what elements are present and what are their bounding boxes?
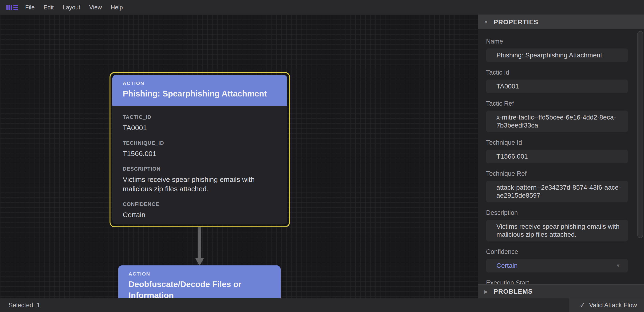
edge-line[interactable] [198,227,201,259]
tactic-id-field[interactable]: TA0001 [486,80,628,93]
node-title: Deobfuscate/Decode Files or Information [128,278,270,298]
name-field[interactable]: Phishing: Spearphishing Attachment [486,49,628,62]
properties-panel-title: PROPERTIES [494,18,538,26]
check-icon: ✓ [580,301,585,309]
field-label-tactic-id: Tactic Id [486,69,628,76]
node-type-label: ACTION [123,81,277,86]
field-label-technique-id: Technique Id [486,139,628,146]
description-field[interactable]: Victims receive spear phishing emails wi… [486,220,628,241]
node-field-label: DESCRIPTION [123,166,277,172]
selection-status: Selected: 1 [0,298,569,312]
menu-help[interactable]: Help [106,0,127,15]
technique-id-field[interactable]: T1566.001 [486,150,628,163]
action-node-phishing[interactable]: ACTION Phishing: Spearphishing Attachmen… [112,75,287,224]
field-label-technique-ref: Technique Ref [486,170,628,177]
field-label-name: Name [486,38,628,45]
validation-text: Valid Attack Flow [589,302,637,309]
technique-ref-field[interactable]: attack-pattern--2e34237d-8574-43f6-aace-… [486,181,628,202]
app-logo-icon [6,5,18,10]
menu-file[interactable]: File [21,0,39,15]
chevron-right-icon: ▶ [483,289,489,294]
logo-lines-icon [14,5,18,10]
field-label-confidence: Confidence [486,248,628,255]
validation-status: ✓ Valid Attack Flow [569,298,644,312]
edge-arrowhead-icon [195,258,204,266]
attack-flow-builder-window: File Edit Layout View Help ACTION Phishi… [0,0,644,312]
node-type-label: ACTION [128,271,270,277]
node-field-value: TA0001 [123,123,277,132]
node-field-value: Victims receive spear phishing emails wi… [123,175,277,194]
field-label-tactic-ref: Tactic Ref [486,100,628,107]
menu-bar: File Edit Layout View Help [0,0,644,15]
confidence-dropdown[interactable]: Certain ▼ [486,259,628,272]
node-field-label: TACTIC_ID [123,114,277,120]
sidebar-scrollbar[interactable] [638,31,643,238]
field-label-execution-start: Execution Start [486,279,628,284]
status-bar: Selected: 1 ✓ Valid Attack Flow [0,298,644,312]
properties-content: Name Phishing: Spearphishing Attachment … [478,29,644,284]
tactic-ref-field[interactable]: x-mitre-tactic--ffd5bcee-6e16-4dd2-8eca-… [486,111,628,132]
menu-layout[interactable]: Layout [58,0,84,15]
node-field-value: T1566.001 [123,149,277,158]
chevron-down-icon: ▼ [616,262,620,270]
chevron-down-icon: ▼ [483,20,489,25]
logo-bars-icon [6,5,12,10]
field-label-description: Description [486,209,628,216]
confidence-value: Certain [496,262,518,270]
node-header: ACTION Phishing: Spearphishing Attachmen… [112,75,287,106]
node-field-value: Certain [123,210,277,219]
problems-panel-title: PROBLEMS [494,288,533,295]
menu-edit[interactable]: Edit [39,0,58,15]
properties-panel-header[interactable]: ▼ PROPERTIES [478,15,644,29]
flow-canvas[interactable]: ACTION Phishing: Spearphishing Attachmen… [0,15,478,298]
problems-panel-header[interactable]: ▶ PROBLEMS [478,284,644,298]
menu-view[interactable]: View [84,0,106,15]
node-field-label: TECHNIQUE_ID [123,140,277,146]
node-field-label: CONFIDENCE [123,201,277,207]
right-sidebar: ▼ PROPERTIES Name Phishing: Spearphishin… [478,15,644,298]
node-title: Phishing: Spearphishing Attachment [123,88,277,99]
action-node-deobfuscate[interactable]: ACTION Deobfuscate/Decode Files or Infor… [118,265,281,298]
node-body: TACTIC_ID TA0001 TECHNIQUE_ID T1566.001 … [112,106,287,224]
node-header: ACTION Deobfuscate/Decode Files or Infor… [118,265,281,298]
